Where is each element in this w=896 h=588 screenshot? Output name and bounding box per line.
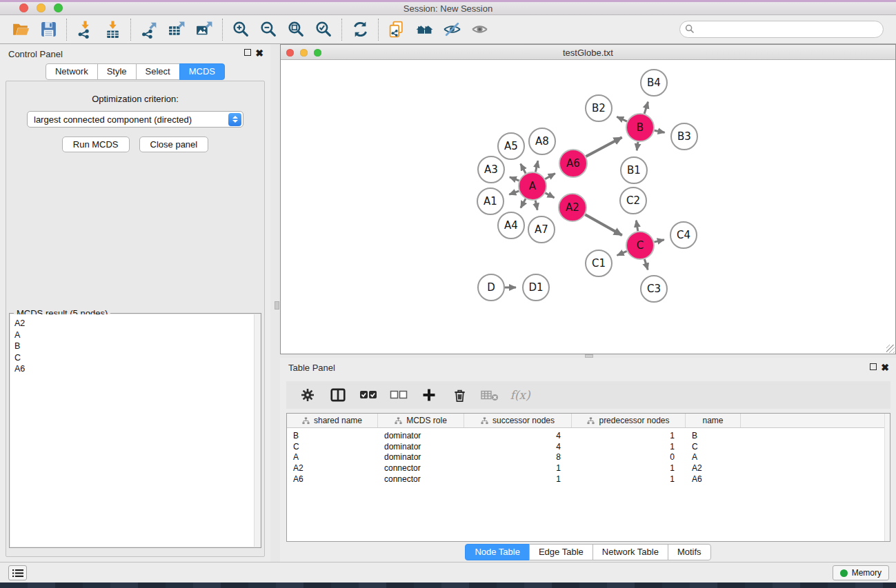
window-resize-grip[interactable]	[886, 345, 895, 353]
table-tab-network-table[interactable]: Network Table	[593, 544, 668, 560]
show-graphics-details-button[interactable]	[466, 17, 493, 42]
edge-A-A7[interactable]	[535, 201, 537, 210]
graph-node-A5[interactable]: A5	[498, 133, 524, 159]
search-input[interactable]	[679, 21, 884, 38]
float-table-panel-icon[interactable]	[870, 363, 877, 372]
create-network-view-button[interactable]	[383, 17, 410, 42]
graph-node-A[interactable]: A	[519, 172, 546, 200]
graph-node-B3[interactable]: B3	[671, 123, 697, 150]
graph-node-A1[interactable]: A1	[477, 188, 504, 214]
column-header-shared-name[interactable]: shared name	[287, 414, 378, 427]
vertical-scrollbar-thumb[interactable]	[275, 301, 279, 310]
memory-button[interactable]: Memory	[833, 565, 889, 580]
graph-node-D[interactable]: D	[478, 274, 504, 301]
edge-A-A3[interactable]	[510, 177, 519, 181]
svg-text:C3: C3	[647, 283, 661, 295]
control-tab-mcds[interactable]: MCDS	[179, 63, 225, 80]
show-column-panel-button[interactable]	[326, 384, 350, 406]
hide-graphics-details-button[interactable]	[438, 17, 466, 42]
graph-node-A2[interactable]: A2	[559, 194, 586, 221]
edge-A-A6[interactable]	[545, 174, 555, 179]
table-tab-motifs[interactable]: Motifs	[668, 544, 711, 560]
control-tab-select[interactable]: Select	[136, 63, 180, 80]
graph-node-D1[interactable]: D1	[523, 274, 549, 301]
graph-node-C[interactable]: C	[626, 232, 654, 259]
graph-node-A4[interactable]: A4	[498, 212, 524, 239]
zoom-out-button[interactable]	[255, 17, 282, 42]
edge-A6-B[interactable]	[586, 137, 622, 156]
first-neighbors-button[interactable]	[410, 17, 438, 42]
edge-B-B4[interactable]	[644, 102, 648, 114]
column-header-predecessor-nodes[interactable]: predecessor nodes	[572, 414, 686, 427]
column-header-name[interactable]: name	[686, 414, 741, 427]
mcds-result-item[interactable]: C	[10, 352, 260, 364]
zoom-in-button[interactable]	[227, 17, 255, 42]
table-tab-node-table[interactable]: Node Table	[465, 544, 530, 560]
graph-node-A6[interactable]: A6	[559, 150, 587, 177]
graph-node-B4[interactable]: B4	[641, 70, 667, 96]
edge-B-B2[interactable]	[617, 116, 627, 121]
table-scrollbar[interactable]	[884, 414, 890, 541]
graph-node-B2[interactable]: B2	[586, 95, 612, 121]
criterion-dropdown[interactable]: largest connected component (directed)	[27, 111, 243, 128]
edge-A-A5[interactable]	[521, 164, 526, 174]
close-panel-button[interactable]: Close panel	[139, 136, 209, 152]
graph-node-C4[interactable]: C4	[670, 222, 697, 248]
import-table-button[interactable]	[99, 17, 126, 42]
zoom-selected-button[interactable]	[310, 17, 337, 42]
zoom-fit-button[interactable]	[282, 17, 310, 42]
edge-C-C1[interactable]	[617, 251, 627, 255]
graph-node-C2[interactable]: C2	[620, 187, 646, 214]
table-row[interactable]: Cdominator41C	[287, 441, 890, 452]
edge-B-B3[interactable]	[655, 130, 665, 132]
unselect-all-columns-button[interactable]	[387, 384, 410, 406]
select-all-columns-button[interactable]	[357, 384, 380, 406]
control-tab-network[interactable]: Network	[46, 63, 98, 80]
table-row[interactable]: Bdominator41B	[287, 430, 890, 441]
float-panel-icon[interactable]	[244, 49, 251, 57]
graph-node-A3[interactable]: A3	[478, 156, 504, 183]
export-image-button[interactable]	[190, 17, 218, 42]
close-panel-icon[interactable]: ✖	[255, 49, 263, 57]
create-column-button[interactable]	[417, 384, 441, 406]
graph-node-A8[interactable]: A8	[529, 128, 555, 154]
control-tab-style[interactable]: Style	[97, 63, 137, 80]
import-network-button[interactable]	[71, 17, 99, 42]
save-session-button[interactable]	[34, 17, 62, 42]
mcds-result-item[interactable]: A2	[10, 318, 260, 330]
column-header-successor-nodes[interactable]: successor nodes	[464, 414, 572, 427]
graph-node-A7[interactable]: A7	[528, 216, 555, 243]
mcds-result-item[interactable]: A6	[10, 363, 260, 375]
run-mcds-button[interactable]: Run MCDS	[62, 136, 130, 152]
graph-node-B[interactable]: B	[626, 114, 654, 141]
edge-A-A2[interactable]	[546, 193, 555, 198]
edge-A-A4[interactable]	[521, 199, 526, 207]
edge-C-C3[interactable]	[644, 259, 648, 270]
export-network-button[interactable]	[135, 17, 163, 42]
edge-A2-C[interactable]	[585, 214, 622, 235]
close-table-panel-icon[interactable]: ✖	[881, 363, 889, 372]
column-header-MCDS-role[interactable]: MCDS role	[378, 414, 464, 427]
graph-node-C3[interactable]: C3	[641, 276, 667, 302]
edge-C-C4[interactable]	[654, 240, 664, 242]
edge-C-C2[interactable]	[636, 221, 637, 232]
table-row[interactable]: A6connector11A6	[287, 474, 890, 485]
table-tab-edge-table[interactable]: Edge Table	[529, 544, 593, 560]
mcds-result-item[interactable]: A	[10, 330, 260, 341]
table-settings-button[interactable]	[296, 384, 319, 406]
edge-A-A8[interactable]	[535, 161, 538, 172]
delete-columns-button[interactable]	[448, 384, 471, 406]
table-row[interactable]: A2connector11A2	[287, 463, 890, 474]
edge-B-B1[interactable]	[637, 142, 638, 151]
network-canvas[interactable]: B4B2BB3A8A5A6A3B1AA1C2A2A4A7C4CC1DD1C3	[281, 60, 895, 354]
open-session-button[interactable]	[7, 17, 34, 42]
graph-node-C1[interactable]: C1	[586, 250, 612, 276]
mcds-result-item[interactable]: B	[10, 341, 260, 352]
task-history-button[interactable]	[8, 565, 27, 580]
export-table-button[interactable]	[163, 17, 190, 42]
refresh-view-button[interactable]	[346, 17, 374, 42]
edge-A-A1[interactable]	[509, 191, 519, 194]
table-row[interactable]: Adominator80A	[287, 452, 890, 463]
graph-node-B1[interactable]: B1	[621, 157, 647, 183]
mcds-list-scrollbar[interactable]	[254, 314, 260, 547]
